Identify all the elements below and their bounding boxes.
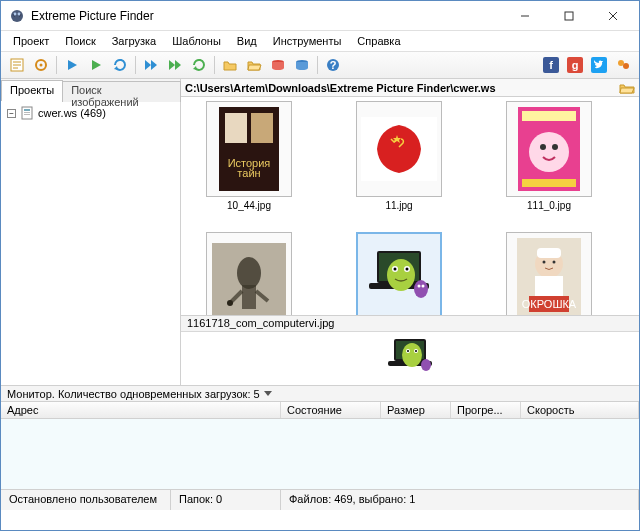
main-area: Проекты Поиск изображений − cwer.ws (469… (1, 79, 639, 385)
thumbnail-item-selected[interactable]: 1161718_com_computervi.jp (339, 232, 459, 315)
path-bar: C:\Users\Artem\Downloads\Extreme Picture… (181, 79, 639, 97)
disk-red-icon[interactable] (267, 54, 289, 76)
folder-open-icon[interactable] (243, 54, 265, 76)
monitor-bar: Монитор. Количество одновременных загруз… (1, 385, 639, 401)
svg-text:ОКРОШКА: ОКРОШКА (522, 298, 577, 310)
thumbnail-label: 10_44.jpg (189, 199, 309, 212)
svg-rect-42 (522, 111, 576, 121)
svg-marker-10 (68, 60, 77, 70)
svg-point-59 (414, 280, 428, 298)
svg-point-66 (553, 261, 556, 264)
right-pane: C:\Users\Artem\Downloads\Extreme Picture… (181, 79, 639, 385)
refresh-icon[interactable] (109, 54, 131, 76)
status-files: Файлов: 469, выбрано: 1 (281, 490, 639, 510)
app-icon (9, 8, 25, 24)
col-size[interactable]: Размер (381, 402, 451, 418)
status-folders: Папок: 0 (171, 490, 281, 510)
thumbnail-item[interactable]: 11.jpg (339, 101, 459, 212)
folder-icon[interactable] (219, 54, 241, 76)
menu-project[interactable]: Проект (7, 33, 55, 49)
open-folder-icon[interactable] (619, 81, 635, 95)
thumbnail-item[interactable]: ОКРОШКА 1252386169_24.jpg (489, 232, 609, 315)
svg-point-76 (407, 350, 409, 352)
thumbnail-item[interactable]: Историятайн 10_44.jpg (189, 101, 309, 212)
svg-text:тайн: тайн (237, 167, 260, 179)
svg-point-2 (18, 12, 21, 15)
col-speed[interactable]: Скорость (521, 402, 639, 418)
svg-marker-14 (151, 60, 157, 70)
svg-point-73 (402, 343, 422, 367)
new-project-icon[interactable] (6, 54, 28, 76)
menu-tools[interactable]: Инструменты (267, 33, 348, 49)
toolbar: ? f g (1, 51, 639, 79)
svg-point-28 (623, 63, 629, 69)
svg-marker-11 (92, 60, 101, 70)
minimize-button[interactable] (503, 1, 547, 31)
col-address[interactable]: Адрес (1, 402, 281, 418)
col-progress[interactable]: Прогре... (451, 402, 521, 418)
tab-projects[interactable]: Проекты (1, 80, 63, 101)
menu-search[interactable]: Поиск (59, 33, 101, 49)
svg-rect-34 (225, 113, 247, 143)
maximize-button[interactable] (547, 1, 591, 31)
svg-point-60 (418, 285, 421, 288)
play-all-green-icon[interactable] (164, 54, 186, 76)
statusbar: Остановлено пользователем Папок: 0 Файло… (1, 489, 639, 510)
svg-rect-46 (522, 179, 576, 187)
download-list-header: Адрес Состояние Размер Прогре... Скорост… (1, 401, 639, 419)
menu-view[interactable]: Вид (231, 33, 263, 49)
thumbnail-item[interactable]: 111_0.jpg (489, 101, 609, 212)
preview-image (181, 332, 639, 384)
menubar: Проект Поиск Загрузка Шаблоны Вид Инстру… (1, 31, 639, 51)
thumbnail-label: 11.jpg (339, 199, 459, 212)
svg-point-61 (422, 285, 425, 288)
svg-text:g: g (572, 59, 579, 71)
preview-panel: 1161718_com_computervi.jpg (181, 315, 639, 385)
tree-node-label: cwer.ws (469) (38, 107, 106, 119)
community-icon[interactable] (612, 54, 634, 76)
thumbnail-grid[interactable]: Историятайн 10_44.jpg 11.jpg 111_0.jpg 1… (181, 97, 639, 315)
play-blue-icon[interactable] (61, 54, 83, 76)
menu-templates[interactable]: Шаблоны (166, 33, 227, 49)
tab-image-search[interactable]: Поиск изображений (62, 81, 181, 102)
svg-rect-4 (565, 12, 573, 20)
twitter-icon[interactable] (588, 54, 610, 76)
svg-point-54 (387, 259, 415, 291)
svg-point-0 (11, 10, 23, 22)
svg-point-27 (618, 60, 624, 66)
svg-rect-31 (24, 112, 30, 113)
col-state[interactable]: Состояние (281, 402, 381, 418)
help-icon[interactable]: ? (322, 54, 344, 76)
svg-point-9 (40, 64, 43, 67)
svg-marker-17 (193, 66, 197, 70)
facebook-icon[interactable]: f (540, 54, 562, 76)
svg-marker-79 (264, 391, 272, 396)
preview-filename: 1161718_com_computervi.jpg (181, 316, 639, 332)
settings-icon[interactable] (30, 54, 52, 76)
dropdown-icon[interactable] (264, 391, 272, 396)
google-icon[interactable]: g (564, 54, 586, 76)
svg-rect-64 (537, 248, 561, 258)
svg-point-50 (227, 300, 233, 306)
disk-blue-icon[interactable] (291, 54, 313, 76)
project-tree: − cwer.ws (469) (1, 101, 180, 385)
menu-help[interactable]: Справка (351, 33, 406, 49)
tree-collapse-icon[interactable]: − (7, 109, 16, 118)
svg-point-57 (394, 268, 397, 271)
thumbnail-label: 111_0.jpg (489, 199, 609, 212)
thumbnail-item[interactable]: 111_2.jpg (189, 232, 309, 315)
play-all-blue-icon[interactable] (140, 54, 162, 76)
svg-point-48 (237, 257, 261, 289)
svg-point-45 (552, 144, 558, 150)
download-list[interactable] (1, 419, 639, 489)
status-stopped: Остановлено пользователем (1, 490, 171, 510)
play-green-icon[interactable] (85, 54, 107, 76)
page-icon (20, 106, 34, 120)
svg-text:?: ? (330, 59, 337, 71)
svg-rect-49 (242, 285, 256, 309)
menu-download[interactable]: Загрузка (106, 33, 162, 49)
refresh-all-icon[interactable] (188, 54, 210, 76)
svg-point-77 (415, 350, 417, 352)
close-button[interactable] (591, 1, 635, 31)
window-title: Extreme Picture Finder (31, 9, 503, 23)
